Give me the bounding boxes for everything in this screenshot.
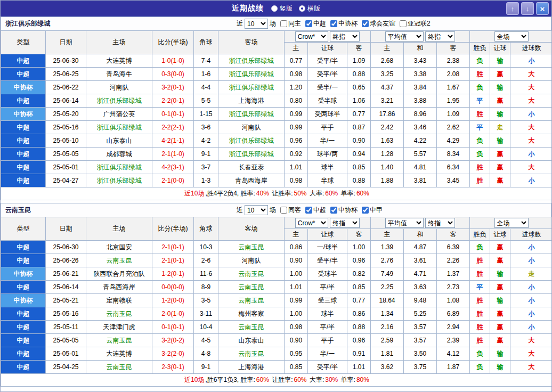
- euro-draw-odds: 4.71: [404, 267, 437, 281]
- handicap-result: 输: [490, 267, 510, 281]
- scroll-down-button[interactable]: ↓: [521, 2, 534, 15]
- asian-company-select[interactable]: Crow*: [295, 31, 328, 42]
- euro-away-odds: 1.09: [437, 108, 470, 121]
- filter-checkbox-中甲[interactable]: 中甲: [362, 206, 383, 215]
- outcome-result: 胜: [470, 307, 490, 321]
- section-team-name: 浙江俱乐部绿城: [1, 19, 50, 28]
- match-score: 1-2(0-0): [152, 294, 194, 307]
- checkbox-input[interactable]: [305, 207, 312, 214]
- radio-label-text: 竖版: [280, 4, 293, 13]
- asian-home-odds: 0.99: [285, 294, 308, 307]
- match-row: 中超25-05-16云南玉昆2-0(1-0)3-11梅州客家1.00球半0.86…: [1, 307, 552, 321]
- asian-company-select[interactable]: Crow*: [295, 218, 328, 228]
- euro-odds-group-header: 平均值 终指: [371, 31, 470, 43]
- away-team: 山东泰山: [218, 334, 285, 347]
- checkbox-input[interactable]: [280, 20, 287, 27]
- outcome-result: 负: [470, 148, 490, 161]
- match-type: 中超: [1, 94, 46, 108]
- outcome-result: 负: [470, 81, 490, 94]
- subcol-euro: 和: [404, 43, 437, 54]
- euro-company-select[interactable]: 平均值: [385, 218, 424, 228]
- filter-checkbox-中超[interactable]: 中超: [305, 19, 326, 28]
- asian-away-odds: 0.96: [347, 334, 371, 347]
- home-team: 北京国安: [86, 241, 152, 254]
- match-type: 中超: [1, 347, 46, 361]
- asian-home-odds: 1.00: [285, 307, 308, 321]
- asian-away-odds: 0.85: [347, 161, 371, 174]
- euro-away-odds: 6.39: [437, 241, 470, 254]
- euro-home-odds: 2.25: [371, 281, 404, 294]
- asian-handicap: 半/一: [308, 347, 347, 361]
- asian-away-odds: 0.82: [347, 267, 371, 281]
- filter-checkbox-同客[interactable]: 同客: [280, 206, 301, 215]
- summary-segment: 让胜率:: [270, 376, 293, 383]
- recent-count-select[interactable]: 10: [245, 19, 268, 29]
- recent-count-select[interactable]: 10: [245, 205, 268, 215]
- checkbox-label: 同主: [288, 19, 301, 28]
- euro-home-odds: 3.62: [371, 361, 404, 374]
- scope-select[interactable]: 全场: [494, 31, 529, 42]
- filter-checkbox-亚冠联2[interactable]: 亚冠联2: [400, 19, 431, 28]
- radio-icon: [299, 5, 305, 12]
- handicap-result: 赢: [490, 161, 510, 174]
- match-row: 中超25-05-10山东泰山4-2(1-1)4-2浙江俱乐部绿城0.96半/一0…: [1, 134, 552, 148]
- euro-time-select[interactable]: 终指: [425, 31, 455, 42]
- euro-odds-group-header: 平均值 终指: [371, 217, 470, 229]
- match-type: 中超: [1, 148, 46, 161]
- scope-select[interactable]: 全场: [494, 218, 529, 228]
- euro-home-odds: 7.49: [371, 267, 404, 281]
- asian-away-odds: 0.88: [347, 321, 371, 334]
- layout-radio-vertical[interactable]: 竖版: [271, 4, 293, 13]
- goals-result: 大: [510, 121, 552, 134]
- recent-results-window: 近期战绩 竖版横版 ↑ ↓ × 浙江俱乐部绿城近10场同主中超中协杯球会友谊亚冠…: [0, 0, 552, 392]
- col-header-type: 类型: [1, 31, 46, 54]
- match-type: 中超: [1, 134, 46, 148]
- euro-draw-odds: 5.25: [404, 307, 437, 321]
- filter-checkbox-中超[interactable]: 中超: [305, 206, 326, 215]
- checkbox-input[interactable]: [305, 20, 312, 27]
- asian-away-odds: 0.91: [347, 347, 371, 361]
- checkbox-input[interactable]: [362, 20, 369, 27]
- filter-checkbox-中协杯[interactable]: 中协杯: [330, 206, 358, 215]
- summary-segment: ,胜4平2负4, 胜率:: [205, 190, 255, 197]
- scroll-up-button[interactable]: ↑: [506, 2, 519, 15]
- asian-handicap: 球半: [308, 307, 347, 321]
- goals-result: 走: [510, 267, 552, 281]
- outcome-result: 平: [470, 281, 490, 294]
- asian-handicap: 受半/一: [308, 81, 347, 94]
- summary-row: 近10场,胜6平1负3, 胜率:60% 让胜率:60% 大率:30% 单率:80…: [1, 374, 552, 387]
- asian-time-select[interactable]: 终指: [330, 218, 360, 228]
- team-section-2: 云南玉昆近10场同客中超中协杯中甲类型日期主场比分(半场)角球客场Crow* 终…: [1, 203, 551, 387]
- euro-away-odds: 4.12: [437, 347, 470, 361]
- handicap-result: 输: [490, 54, 510, 68]
- asian-time-select[interactable]: 终指: [330, 31, 360, 42]
- checkbox-input[interactable]: [330, 20, 337, 27]
- asian-home-odds: 1.20: [285, 81, 308, 94]
- corner-count: 1-15: [194, 108, 218, 121]
- asian-home-odds: 0.86: [285, 241, 308, 254]
- checkbox-input[interactable]: [400, 20, 407, 27]
- goals-result: 小: [510, 148, 552, 161]
- euro-time-select[interactable]: 终指: [425, 218, 455, 228]
- filter-checkbox-同主[interactable]: 同主: [280, 19, 301, 28]
- asian-home-odds: 0.90: [285, 334, 308, 347]
- asian-away-odds: 0.85: [347, 281, 371, 294]
- summary-segment: 60%: [325, 190, 338, 197]
- filter-checkbox-球会友谊[interactable]: 球会友谊: [362, 19, 395, 28]
- match-type: 中超: [1, 321, 46, 334]
- col-header-score: 比分(半场): [152, 217, 194, 241]
- away-team: 浙江俱乐部绿城: [218, 68, 285, 81]
- asian-away-odds: 1.00: [347, 241, 371, 254]
- checkbox-input[interactable]: [362, 207, 369, 214]
- filter-checkbox-中协杯[interactable]: 中协杯: [330, 19, 358, 28]
- corner-count: 3-7: [194, 161, 218, 174]
- header-group-row: 类型日期主场比分(半场)角球客场Crow* 终指平均值 终指全场: [1, 217, 552, 229]
- layout-radio-horizontal[interactable]: 横版: [299, 4, 320, 13]
- checkbox-input[interactable]: [280, 207, 287, 214]
- euro-company-select[interactable]: 平均值: [385, 31, 424, 42]
- match-type: 中协杯: [1, 108, 46, 121]
- checkbox-input[interactable]: [330, 207, 337, 214]
- close-button[interactable]: ×: [536, 2, 549, 15]
- outcome-result: 负: [470, 134, 490, 148]
- team-section-1: 浙江俱乐部绿城近10场同主中超中协杯球会友谊亚冠联2类型日期主场比分(半场)角球…: [1, 17, 551, 200]
